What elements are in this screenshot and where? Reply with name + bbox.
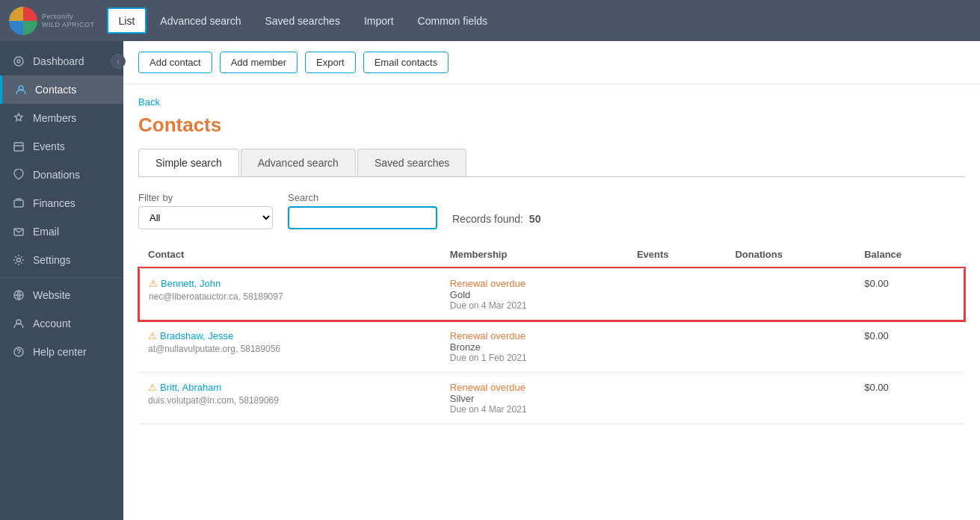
finances-icon bbox=[12, 196, 25, 210]
search-tab-advanced[interactable]: Advanced search bbox=[241, 149, 356, 176]
logo-text: Personify WILD APRICOT bbox=[42, 13, 95, 29]
balance-cell: $0.00 bbox=[855, 268, 964, 321]
app-name: Personify bbox=[42, 13, 95, 21]
topnav-item-import[interactable]: Import bbox=[354, 7, 404, 34]
email-icon bbox=[12, 225, 25, 238]
search-tabs: Simple searchAdvanced searchSaved search… bbox=[138, 149, 965, 177]
sidebar-item-label-dashboard: Dashboard bbox=[33, 55, 84, 67]
svg-point-0 bbox=[14, 57, 23, 66]
sidebar-item-label-donations: Donations bbox=[33, 169, 80, 181]
membership-due: Due on 4 Mar 2021 bbox=[450, 404, 619, 415]
filter-label: Filter by bbox=[138, 192, 273, 203]
table-row[interactable]: ⚠Britt, Abrahamduis.volutpat@in.com, 581… bbox=[139, 373, 964, 424]
table-row[interactable]: ⚠Bradshaw, Jesseat@nullavulputate.org, 5… bbox=[139, 321, 964, 373]
svg-point-6 bbox=[17, 259, 21, 262]
sidebar-item-help-center[interactable]: Help center bbox=[0, 338, 123, 366]
sidebar-item-members[interactable]: Members bbox=[0, 104, 123, 132]
sidebar-item-label-help-center: Help center bbox=[33, 346, 87, 358]
website-icon bbox=[12, 288, 25, 302]
topnav-item-advanced-search[interactable]: Advanced search bbox=[150, 7, 251, 34]
contact-detail: nec@liberoatauctor.ca, 58189097 bbox=[149, 291, 432, 302]
events-cell bbox=[628, 268, 726, 321]
back-link[interactable]: Back bbox=[138, 96, 965, 108]
sidebar-item-dashboard[interactable]: Dashboard bbox=[0, 47, 123, 75]
contact-name[interactable]: Britt, Abraham bbox=[160, 382, 221, 393]
search-group: Search bbox=[288, 192, 437, 229]
content-area: Add contact Add member Export Email cont… bbox=[123, 41, 980, 520]
filter-group: Filter by AllMembersNon-membersArchived bbox=[138, 192, 273, 229]
search-tab-saved[interactable]: Saved searches bbox=[357, 149, 466, 176]
filter-select[interactable]: AllMembersNon-membersArchived bbox=[138, 206, 273, 229]
topnav-item-list[interactable]: List bbox=[107, 7, 147, 34]
balance-cell: $0.00 bbox=[855, 321, 964, 373]
app-subtitle: WILD APRICOT bbox=[42, 21, 95, 29]
sidebar-item-donations[interactable]: Donations bbox=[0, 161, 123, 189]
topnav-item-saved-searches[interactable]: Saved searches bbox=[255, 7, 351, 34]
svg-point-1 bbox=[17, 60, 20, 63]
sidebar-item-label-settings: Settings bbox=[33, 254, 71, 266]
sidebar-nav: DashboardContactsMembersEventsDonationsF… bbox=[0, 41, 123, 520]
membership-due: Due on 4 Mar 2021 bbox=[450, 300, 619, 311]
top-nav-items: ListAdvanced searchSaved searchesImportC… bbox=[107, 7, 498, 34]
email-contacts-button[interactable]: Email contacts bbox=[363, 52, 449, 73]
donations-cell bbox=[726, 321, 855, 373]
svg-rect-4 bbox=[14, 200, 23, 207]
events-icon bbox=[12, 140, 25, 153]
dashboard-icon bbox=[12, 55, 25, 68]
membership-cell: Renewal overdueGoldDue on 4 Mar 2021 bbox=[441, 268, 628, 321]
membership-status: Renewal overdue bbox=[450, 330, 619, 341]
sidebar-collapse-button[interactable]: ‹ bbox=[111, 54, 123, 69]
sidebar-item-contacts[interactable]: Contacts bbox=[0, 75, 123, 104]
sidebar-item-label-account: Account bbox=[33, 318, 71, 329]
col-contact: Contact bbox=[139, 241, 441, 268]
contact-name[interactable]: Bradshaw, Jesse bbox=[160, 330, 233, 341]
add-contact-button[interactable]: Add contact bbox=[138, 52, 212, 73]
svg-rect-3 bbox=[14, 143, 23, 151]
logo-icon bbox=[9, 7, 37, 35]
sidebar-item-label-email: Email bbox=[33, 226, 59, 238]
membership-type: Silver bbox=[450, 393, 619, 404]
contact-detail: duis.volutpat@in.com, 58189069 bbox=[148, 395, 432, 406]
add-member-button[interactable]: Add member bbox=[220, 52, 298, 73]
membership-type: Gold bbox=[450, 289, 619, 300]
table-row[interactable]: ⚠Bennett, Johnnec@liberoatauctor.ca, 581… bbox=[139, 268, 964, 321]
contact-name[interactable]: Bennett, John bbox=[161, 278, 221, 289]
warning-icon: ⚠ bbox=[148, 330, 157, 341]
membership-cell: Renewal overdueSilverDue on 4 Mar 2021 bbox=[441, 373, 628, 424]
contacts-icon bbox=[14, 83, 28, 96]
search-input[interactable] bbox=[288, 206, 437, 229]
sidebar-item-label-members: Members bbox=[33, 112, 76, 124]
sidebar-item-email[interactable]: Email bbox=[0, 217, 123, 246]
topnav-item-common-fields[interactable]: Common fields bbox=[407, 7, 498, 34]
page-content: Back Contacts Simple searchAdvanced sear… bbox=[123, 84, 980, 436]
help-center-icon bbox=[12, 345, 25, 359]
donations-cell bbox=[726, 373, 855, 424]
sidebar-item-website[interactable]: Website bbox=[0, 281, 123, 309]
contact-cell: ⚠Bradshaw, Jesseat@nullavulputate.org, 5… bbox=[139, 321, 441, 373]
sidebar-item-settings[interactable]: Settings bbox=[0, 246, 123, 274]
sidebar-item-events[interactable]: Events bbox=[0, 132, 123, 161]
membership-status: Renewal overdue bbox=[450, 382, 619, 393]
sidebar-item-label-finances: Finances bbox=[33, 197, 75, 209]
col-events: Events bbox=[628, 241, 726, 268]
members-icon bbox=[12, 111, 25, 125]
sidebar-item-finances[interactable]: Finances bbox=[0, 189, 123, 217]
donations-icon bbox=[12, 168, 25, 182]
export-button[interactable]: Export bbox=[305, 52, 356, 73]
sidebar-item-label-events: Events bbox=[33, 140, 65, 152]
sidebar-item-label-website: Website bbox=[33, 289, 70, 301]
membership-cell: Renewal overdueBronzeDue on 1 Feb 2021 bbox=[441, 321, 628, 373]
search-tab-simple[interactable]: Simple search bbox=[138, 149, 239, 176]
contacts-table: ContactMembershipEventsDonationsBalance … bbox=[138, 241, 965, 424]
action-bar: Add contact Add member Export Email cont… bbox=[123, 41, 980, 84]
main-layout: ‹ DashboardContactsMembersEventsDonation… bbox=[0, 41, 980, 520]
contact-detail: at@nullavulputate.org, 58189056 bbox=[148, 344, 432, 354]
sidebar-item-account[interactable]: Account bbox=[0, 309, 123, 338]
membership-due: Due on 1 Feb 2021 bbox=[450, 353, 619, 363]
filter-row: Filter by AllMembersNon-membersArchived … bbox=[138, 192, 965, 229]
events-cell bbox=[628, 373, 726, 424]
col-membership: Membership bbox=[441, 241, 628, 268]
balance-cell: $0.00 bbox=[855, 373, 964, 424]
top-nav: Personify WILD APRICOT ListAdvanced sear… bbox=[0, 0, 980, 41]
page-title: Contacts bbox=[138, 114, 965, 137]
